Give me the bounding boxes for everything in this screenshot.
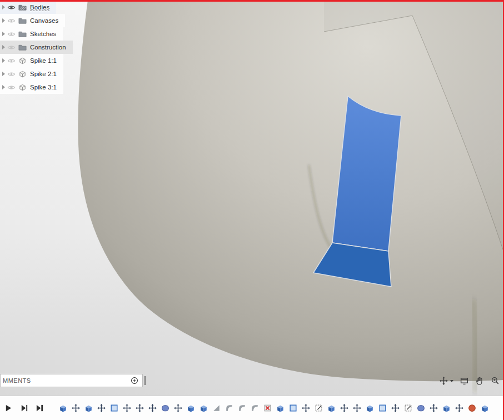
body-icon bbox=[18, 70, 27, 78]
visibility-eye-icon[interactable] bbox=[7, 43, 16, 52]
visibility-eye-icon[interactable] bbox=[7, 17, 16, 25]
folder-icon bbox=[18, 43, 27, 52]
timeline-feature-extrude[interactable] bbox=[442, 403, 451, 413]
timeline-bar bbox=[0, 396, 504, 420]
body-icon bbox=[18, 83, 27, 92]
browser-item-spike-1-1[interactable]: Spike 1:1 bbox=[0, 54, 63, 67]
navigation-bar bbox=[439, 376, 500, 386]
timeline-feature-extrude[interactable] bbox=[199, 403, 208, 413]
expand-chevron-icon[interactable] bbox=[2, 58, 5, 63]
timeline-feature-form[interactable] bbox=[416, 403, 426, 413]
timeline-feature-boxsel[interactable] bbox=[288, 403, 298, 413]
3d-viewport[interactable] bbox=[0, 0, 504, 396]
timeline-feature-move[interactable] bbox=[71, 403, 81, 413]
timeline-feature-move[interactable] bbox=[455, 403, 464, 413]
expand-chevron-icon[interactable] bbox=[2, 18, 5, 23]
timeline-feature-fillet[interactable] bbox=[237, 403, 247, 413]
dropdown-caret-icon[interactable] bbox=[450, 380, 453, 382]
capture-border-top bbox=[0, 0, 504, 2]
visibility-eye-icon[interactable] bbox=[7, 70, 16, 78]
visibility-eye-icon[interactable] bbox=[7, 57, 16, 65]
folder-icon bbox=[18, 17, 27, 25]
splitter-handle[interactable] bbox=[144, 376, 146, 385]
timeline-feature-extrude[interactable] bbox=[186, 403, 196, 413]
timeline-feature-move[interactable] bbox=[135, 403, 144, 413]
play-icon[interactable] bbox=[4, 404, 13, 412]
browser-item-label: Sketches bbox=[30, 31, 56, 37]
comments-label: MMENTS bbox=[1, 377, 131, 384]
expand-chevron-icon[interactable] bbox=[2, 5, 5, 9]
timeline-feature-move[interactable] bbox=[97, 403, 106, 413]
browser-panel: Bodies Canvases Sketches Construction bbox=[0, 1, 73, 94]
comments-bar[interactable]: MMENTS bbox=[0, 374, 143, 387]
timeline-feature-move[interactable] bbox=[391, 403, 400, 413]
browser-item-sketches[interactable]: Sketches bbox=[0, 27, 63, 41]
timeline-feature-move[interactable] bbox=[122, 403, 132, 413]
browser-item-bodies[interactable]: Bodies bbox=[0, 1, 56, 14]
browser-item-canvases[interactable]: Canvases bbox=[0, 14, 65, 27]
timeline-feature-extrude[interactable] bbox=[276, 403, 285, 413]
timeline-playback-controls bbox=[0, 404, 49, 412]
timeline-features bbox=[58, 403, 504, 413]
visibility-eye-icon[interactable] bbox=[7, 83, 16, 92]
timeline-feature-sketch[interactable] bbox=[314, 403, 323, 413]
browser-item-label: Spike 1:1 bbox=[30, 57, 57, 64]
skip-end-icon[interactable] bbox=[36, 404, 44, 412]
browser-item-spike-3-1[interactable]: Spike 3:1 bbox=[0, 81, 63, 94]
visibility-eye-icon[interactable] bbox=[7, 30, 16, 38]
timeline-feature-boxsel[interactable] bbox=[109, 403, 119, 413]
timeline-feature-move[interactable] bbox=[340, 403, 349, 413]
timeline-feature-move[interactable] bbox=[429, 403, 438, 413]
timeline-feature-extrude[interactable] bbox=[480, 403, 490, 413]
timeline-feature-extrude[interactable] bbox=[84, 403, 93, 413]
expand-chevron-icon[interactable] bbox=[2, 45, 5, 49]
timeline-feature-extrude[interactable] bbox=[327, 403, 336, 413]
folder-icon bbox=[18, 30, 27, 38]
expand-chevron-icon[interactable] bbox=[2, 85, 5, 89]
browser-item-construction[interactable]: Construction bbox=[0, 41, 73, 54]
timeline-feature-sphere[interactable] bbox=[467, 403, 477, 413]
timeline-feature-extrude[interactable] bbox=[58, 403, 68, 413]
timeline-feature-chamfer[interactable] bbox=[212, 403, 221, 413]
timeline-feature-sketch[interactable] bbox=[403, 403, 413, 413]
display-icon[interactable] bbox=[460, 376, 469, 386]
timeline-feature-fillet[interactable] bbox=[250, 403, 260, 413]
body-icon bbox=[18, 57, 27, 65]
pan-icon[interactable] bbox=[475, 376, 485, 386]
browser-item-spike-2-1[interactable]: Spike 2:1 bbox=[0, 67, 63, 81]
timeline-feature-move[interactable] bbox=[352, 403, 362, 413]
timeline-feature-error[interactable] bbox=[263, 403, 272, 413]
timeline-feature-move[interactable] bbox=[301, 403, 311, 413]
timeline-feature-move[interactable] bbox=[148, 403, 157, 413]
timeline-feature-boxsel[interactable] bbox=[378, 403, 387, 413]
expand-chevron-icon[interactable] bbox=[2, 72, 5, 76]
browser-item-label: Construction bbox=[30, 44, 66, 51]
timeline-feature-move[interactable] bbox=[173, 403, 183, 413]
timeline-feature-fillet[interactable] bbox=[224, 403, 234, 413]
fusion-window: Bodies Canvases Sketches Construction bbox=[0, 0, 504, 420]
timeline-feature-form[interactable] bbox=[161, 403, 170, 413]
timeline-feature-extrude[interactable] bbox=[365, 403, 375, 413]
expand-chevron-icon[interactable] bbox=[2, 32, 5, 36]
browser-item-label: Spike 2:1 bbox=[30, 71, 57, 77]
browser-item-label: Bodies bbox=[30, 4, 49, 11]
zoom-icon[interactable] bbox=[491, 376, 500, 386]
visibility-eye-icon[interactable] bbox=[7, 3, 16, 12]
circle-plus-icon[interactable] bbox=[131, 377, 138, 384]
browser-item-label: Spike 3:1 bbox=[30, 84, 57, 91]
step-forward-icon[interactable] bbox=[20, 404, 28, 412]
orbit-icon[interactable] bbox=[439, 376, 453, 386]
bodies-folder-icon bbox=[18, 3, 27, 12]
browser-item-label: Canvases bbox=[30, 17, 58, 24]
